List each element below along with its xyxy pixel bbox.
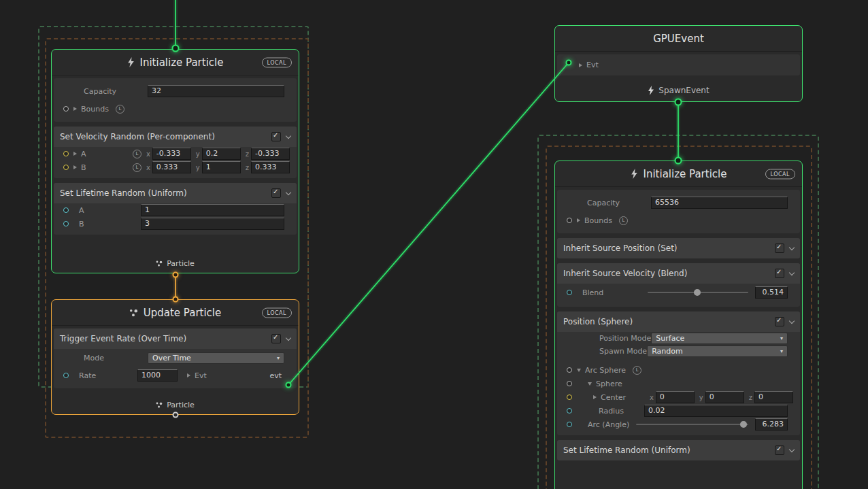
property-port[interactable] bbox=[567, 367, 572, 373]
bounds-port[interactable] bbox=[567, 218, 572, 223]
z-field[interactable]: 0 bbox=[754, 391, 793, 403]
checkbox[interactable] bbox=[775, 317, 784, 326]
expander-icon[interactable] bbox=[577, 218, 580, 222]
slider-handle[interactable] bbox=[694, 289, 701, 296]
block-title: Set Velocity Random (Per-component) bbox=[60, 132, 215, 141]
node-title-bar[interactable]: Initialize Particle LOCAL bbox=[555, 161, 802, 187]
checkbox[interactable] bbox=[775, 243, 784, 253]
float-port[interactable] bbox=[567, 422, 572, 427]
z-field[interactable]: -0.333 bbox=[251, 148, 290, 160]
expander-icon[interactable] bbox=[593, 395, 597, 399]
expander-down-icon[interactable] bbox=[588, 382, 592, 386]
value-field[interactable]: 1 bbox=[141, 204, 284, 216]
arc-field[interactable]: 6.283 bbox=[755, 418, 788, 431]
chevron-down-icon[interactable] bbox=[789, 318, 795, 324]
rate-field[interactable]: 1000 bbox=[137, 369, 178, 382]
float-port[interactable] bbox=[567, 408, 572, 414]
node-update-particle[interactable]: Update Particle LOCAL Trigger Event Rate… bbox=[51, 299, 299, 415]
chevron-down-icon[interactable] bbox=[789, 245, 795, 250]
x-field[interactable]: 0.333 bbox=[152, 161, 191, 173]
z-field[interactable]: 0.333 bbox=[251, 161, 290, 173]
vfx-graph-canvas[interactable]: Initialize Particle LOCAL Capacity 32 Bo… bbox=[0, 0, 868, 489]
chevron-down-icon[interactable] bbox=[286, 335, 291, 341]
property-port[interactable] bbox=[567, 381, 572, 386]
checkbox[interactable] bbox=[271, 334, 281, 343]
node-initialize-particle-left[interactable]: Initialize Particle LOCAL Capacity 32 Bo… bbox=[51, 49, 299, 273]
expander-icon[interactable] bbox=[73, 152, 77, 156]
space-badge[interactable]: L bbox=[116, 105, 124, 114]
flow-input-port-init-left[interactable] bbox=[172, 45, 180, 52]
value-field[interactable]: 3 bbox=[141, 218, 284, 230]
float-port[interactable] bbox=[63, 207, 69, 213]
block-header[interactable]: Inherit Source Position (Set) bbox=[557, 238, 800, 258]
block-header[interactable]: Trigger Event Rate (Over Time) bbox=[54, 328, 297, 349]
expander-icon[interactable] bbox=[73, 165, 77, 169]
block-header[interactable]: Position (Sphere) bbox=[557, 311, 800, 332]
block-header[interactable]: Set Lifetime Random (Uniform) bbox=[54, 183, 297, 203]
node-initialize-particle-right[interactable]: Initialize Particle LOCAL Capacity 65536… bbox=[554, 161, 803, 489]
flow-input-port-init-right[interactable] bbox=[675, 157, 682, 165]
chevron-down-icon[interactable] bbox=[286, 190, 291, 195]
block-set-velocity-random[interactable]: Set Velocity Random (Per-component) A L … bbox=[54, 127, 297, 178]
x-field[interactable]: -0.333 bbox=[152, 148, 191, 160]
flow-input-port-update[interactable] bbox=[173, 297, 179, 303]
space-badge[interactable]: L bbox=[133, 163, 141, 172]
mode-dropdown[interactable]: Over Time ▾ bbox=[148, 352, 284, 364]
x-field[interactable]: 0 bbox=[656, 391, 695, 403]
chevron-down-icon[interactable] bbox=[789, 270, 795, 275]
node-title-bar[interactable]: Update Particle LOCAL bbox=[52, 300, 299, 326]
capacity-field[interactable]: 32 bbox=[148, 85, 284, 97]
block-header[interactable]: Set Lifetime Random (Uniform) bbox=[557, 440, 800, 460]
block-set-lifetime-random[interactable]: Set Lifetime Random (Uniform) bbox=[557, 440, 800, 460]
chevron-down-icon[interactable] bbox=[286, 133, 291, 139]
flow-anchor-label: Particle bbox=[167, 259, 195, 268]
y-field[interactable]: 0 bbox=[705, 391, 744, 403]
space-badge[interactable]: L bbox=[619, 216, 628, 225]
position-mode-dropdown[interactable]: Surface ▾ bbox=[651, 333, 788, 344]
flow-output-port-init-left[interactable] bbox=[173, 272, 179, 278]
capacity-field[interactable]: 65536 bbox=[651, 197, 788, 209]
checkbox[interactable] bbox=[775, 269, 784, 278]
block-position-sphere[interactable]: Position (Sphere) Position Mode Surface … bbox=[557, 311, 800, 435]
float-port[interactable] bbox=[567, 290, 572, 295]
lifetime-row-b: B 3 bbox=[54, 217, 297, 235]
arc-slider[interactable] bbox=[636, 424, 748, 425]
vector-port[interactable] bbox=[567, 394, 572, 400]
blend-slider[interactable] bbox=[648, 292, 748, 293]
checkbox[interactable] bbox=[271, 132, 281, 141]
expander-down-icon[interactable] bbox=[577, 369, 581, 372]
expander-icon[interactable] bbox=[187, 373, 190, 377]
expander-icon[interactable] bbox=[579, 63, 582, 67]
block-trigger-event-rate[interactable]: Trigger Event Rate (Over Time) Mode Over… bbox=[54, 328, 297, 388]
node-title-bar[interactable]: Initialize Particle LOCAL bbox=[52, 50, 299, 75]
float-port[interactable] bbox=[63, 221, 69, 226]
space-badge[interactable]: L bbox=[133, 150, 141, 158]
slider-handle[interactable] bbox=[740, 421, 747, 428]
evt-output-port[interactable] bbox=[286, 382, 292, 388]
y-field[interactable]: 0.2 bbox=[202, 148, 241, 160]
node-gpuevent[interactable]: GPUEvent Evt SpawnEvent bbox=[554, 25, 803, 102]
evt-input-port-gpuevent[interactable] bbox=[566, 60, 572, 66]
blend-field[interactable]: 0.514 bbox=[755, 286, 788, 299]
space-badge[interactable]: L bbox=[633, 366, 641, 375]
block-set-lifetime-random[interactable]: Set Lifetime Random (Uniform) A 1 B 3 bbox=[54, 183, 297, 235]
block-inherit-source-velocity[interactable]: Inherit Source Velocity (Blend) Blend 0.… bbox=[557, 263, 800, 307]
vector-port[interactable] bbox=[63, 151, 69, 156]
y-field[interactable]: 1 bbox=[202, 161, 241, 173]
spawnevent-output-port[interactable] bbox=[675, 99, 682, 106]
checkbox[interactable] bbox=[271, 188, 281, 198]
checkbox[interactable] bbox=[775, 445, 784, 455]
float-port[interactable] bbox=[63, 373, 69, 378]
spawn-mode-dropdown[interactable]: Random ▾ bbox=[647, 345, 788, 357]
block-header[interactable]: Inherit Source Velocity (Blend) bbox=[557, 263, 800, 284]
expander-icon[interactable] bbox=[73, 107, 77, 111]
bounds-port[interactable] bbox=[63, 106, 69, 112]
block-header[interactable]: Set Velocity Random (Per-component) bbox=[54, 127, 297, 147]
flow-output-port-update[interactable] bbox=[173, 412, 179, 418]
node-title-bar[interactable]: GPUEvent bbox=[555, 26, 802, 52]
chevron-down-icon[interactable] bbox=[789, 447, 795, 452]
radius-field[interactable]: 0.02 bbox=[644, 405, 788, 417]
vector-port[interactable] bbox=[63, 165, 69, 170]
lightning-icon bbox=[631, 169, 638, 179]
block-inherit-source-position[interactable]: Inherit Source Position (Set) bbox=[557, 238, 800, 258]
